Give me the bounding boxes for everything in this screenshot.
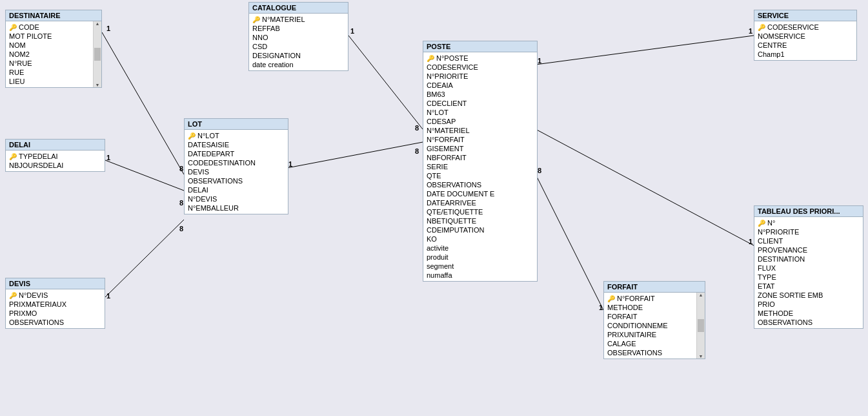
table-catalogue-body: 🔑 N°MATERIEL REFFAB NNO CSD DESIGNATION … (249, 14, 348, 70)
table-poste-body: 🔑 N°POSTE CODESERVICE N°PRIORITE CDEAIA … (423, 52, 537, 281)
field-name: N°POSTE (436, 54, 469, 62)
table-lot-title: LOT (188, 120, 202, 128)
field-name: NOM2 (9, 50, 30, 58)
rel-delai-lot-1: 1 (106, 154, 110, 161)
table-service-header: SERVICE (754, 10, 856, 21)
table-poste: POSTE 🔑 N°POSTE CODESERVICE N°PRIORITE C… (423, 41, 538, 282)
key-icon: 🔑 (252, 16, 260, 23)
key-icon: 🔑 (758, 24, 765, 31)
field-row: PRIXMATERIAUX (9, 300, 101, 309)
field-name: DESTINATION (758, 255, 805, 263)
table-delai-title: DELAI (9, 141, 30, 149)
scroll-down[interactable]: ▼ (697, 354, 705, 359)
field-name: PRIXMATERIAUX (9, 300, 66, 308)
field-row: PRIO (758, 300, 860, 309)
rel-poste-service-1: 1 (538, 57, 541, 65)
field-row: FORFAIT (607, 312, 696, 321)
field-name: CSD (252, 43, 267, 50)
field-name: N°FORFAIT (617, 295, 655, 302)
field-row: ETAT (758, 282, 860, 291)
field-row: DATEDEPART (188, 149, 285, 158)
field-name: numaffa (427, 271, 452, 279)
field-name: DATESAISIE (188, 141, 229, 149)
field-row: OBSERVATIONS (9, 318, 101, 327)
field-row: ZONE SORTIE EMB (758, 291, 860, 300)
rel-poste-forfait-8: 8 (538, 167, 541, 174)
field-row: NBETIQUETTE (427, 216, 534, 225)
rel-cat-poste-8: 8 (415, 124, 419, 132)
field-row: GISEMENT (427, 144, 534, 153)
field-name: produit (427, 253, 449, 261)
rel-lot-poste-1: 1 (288, 160, 292, 168)
field-row: REFFAB (252, 24, 345, 33)
field-name: CENTRE (758, 41, 787, 49)
table-delai-body: 🔑 TYPEDELAI NBJOURSDELAI (6, 151, 105, 171)
field-row: BM63 (427, 90, 534, 99)
table-poste-title: POSTE (427, 43, 450, 50)
key-icon: 🔑 (9, 292, 17, 299)
field-row: N°EMBALLEUR (188, 203, 285, 213)
field-name: date creation (252, 61, 294, 68)
table-tableau-title: TABLEAU DES PRIORI... (758, 207, 840, 215)
table-forfait-title: FORFAIT (607, 283, 638, 291)
field-row: NOMSERVICE (758, 32, 853, 41)
field-row: segment (427, 262, 534, 271)
table-delai-header: DELAI (6, 140, 105, 151)
field-name: N°LOT (427, 109, 449, 116)
field-row: DESTINATION (758, 255, 860, 264)
field-name: CODEDESTINATION (188, 159, 256, 167)
field-name: NNO (252, 34, 268, 41)
field-name: METHODE (607, 304, 643, 311)
field-name: N° (767, 219, 775, 227)
field-row: METHODE (607, 303, 696, 312)
svg-line-2 (105, 220, 184, 297)
svg-line-7 (536, 129, 754, 245)
scrollbar[interactable]: ▲ ▼ (93, 21, 101, 87)
key-icon: 🔑 (758, 220, 765, 227)
table-devis-title: DEVIS (9, 280, 30, 287)
field-row: 🔑 N°MATERIEL (252, 15, 345, 24)
field-row: activite (427, 244, 534, 253)
table-forfait-body[interactable]: 🔑 N°FORFAIT METHODE FORFAIT CONDITIONNEM… (604, 293, 705, 359)
field-row: NBJOURSDELAI (9, 161, 101, 170)
scroll-down[interactable]: ▼ (94, 83, 101, 87)
field-row: PRIXUNITAIRE (607, 330, 696, 339)
field-row: CLIENT (758, 236, 860, 245)
field-name: OBSERVATIONS (427, 181, 481, 189)
field-name: CLIENT (758, 237, 783, 245)
rel-poste-tableau-1: 1 (749, 238, 752, 245)
field-name: GISEMENT (427, 145, 463, 152)
field-name: CDEAIA (427, 81, 453, 89)
field-name: QTE (427, 172, 441, 180)
field-name: DEVIS (188, 168, 209, 176)
key-icon: 🔑 (188, 132, 196, 140)
field-name: PRIO (758, 300, 775, 308)
field-row: RUE (9, 68, 92, 77)
field-row: CDESAP (427, 117, 534, 126)
table-destinataire-header: DESTINATAIRE (6, 10, 101, 21)
field-name: METHODE (758, 309, 793, 317)
rel-devis-lot-1: 1 (106, 292, 110, 300)
field-row: 🔑 N°POSTE (427, 54, 534, 63)
field-name: OBSERVATIONS (758, 318, 812, 326)
field-row: N°PRIORITE (758, 227, 860, 236)
table-delai: DELAI 🔑 TYPEDELAI NBJOURSDELAI (5, 139, 105, 172)
field-name: DESIGNATION (252, 52, 301, 59)
rel-poste-forfait-1: 1 (599, 304, 603, 311)
field-row: QTE (427, 171, 534, 180)
scroll-up[interactable]: ▲ (697, 293, 705, 297)
scroll-up[interactable]: ▲ (94, 21, 101, 26)
key-icon: 🔑 (9, 24, 17, 31)
field-name: CODESERVICE (427, 63, 478, 71)
field-name: SERIE (427, 163, 448, 171)
field-row: CONDITIONNEME (607, 321, 696, 330)
table-tableau-header: TABLEAU DES PRIORI... (754, 206, 863, 217)
field-row: SERIE (427, 162, 534, 171)
scrollbar[interactable]: ▲ ▼ (696, 293, 705, 359)
table-destinataire-body[interactable]: 🔑 CODE MOT PILOTE NOM NOM2 N°RUE RUE LIE… (6, 21, 101, 87)
table-devis-header: DEVIS (6, 278, 105, 289)
table-forfait-header: FORFAIT (604, 282, 705, 293)
field-row: PROVENANCE (758, 245, 860, 255)
field-name: PROVENANCE (758, 246, 807, 254)
field-row: date creation (252, 60, 345, 69)
